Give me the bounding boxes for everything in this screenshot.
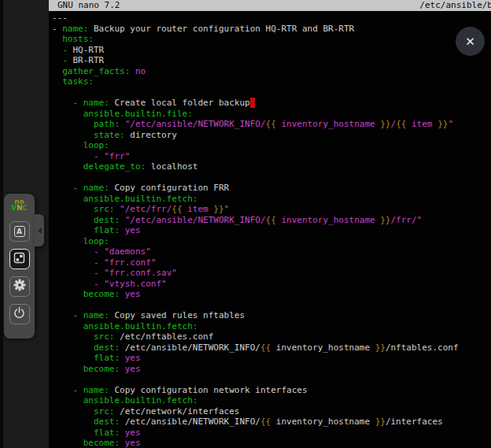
code-token: " xyxy=(224,204,230,214)
code-line: dest: /etc/ansible/NETWORK_INFO/{{ inven… xyxy=(52,342,491,354)
code-token: /etc/ansible/NETWORK_INFO/ xyxy=(120,342,260,353)
code-token: - "daemons" xyxy=(94,246,151,257)
code-line: become: yes xyxy=(52,438,491,448)
nano-file-path: /etc/ansible/b xyxy=(419,0,491,11)
keyboard-button[interactable]: A xyxy=(9,221,30,242)
code-line: hosts: xyxy=(52,34,491,45)
code-token xyxy=(120,215,125,225)
code-line: - name: Create local folder backup xyxy=(52,98,491,109)
code-line xyxy=(52,87,491,98)
code-token: }} xyxy=(437,119,448,129)
code-token: yes xyxy=(125,353,141,363)
code-token: /etc/ansible/NETWORK_INFO/ xyxy=(120,417,260,427)
code-token: src: xyxy=(94,204,115,214)
code-token: loop: xyxy=(83,140,109,150)
code-line: - "daemons" xyxy=(52,246,491,257)
code-token: - xyxy=(73,183,83,193)
code-token: }} xyxy=(213,204,223,214)
code-token: - xyxy=(73,385,83,395)
code-token xyxy=(52,331,94,342)
code-token: /etc/nftables.conf xyxy=(114,331,213,342)
code-token: {{ xyxy=(260,342,271,353)
code-line: tasks: xyxy=(52,76,491,87)
code-token: localhost xyxy=(146,161,198,172)
code-line: - "frr.conf.sav" xyxy=(52,268,491,279)
code-token: " xyxy=(448,119,453,129)
code-token xyxy=(52,268,94,278)
code-token xyxy=(52,289,83,299)
novnc-logo-letter-v: V xyxy=(11,204,17,212)
code-token: - "frr.conf" xyxy=(94,257,156,268)
code-token xyxy=(52,353,94,363)
code-token: flat: xyxy=(94,225,120,235)
code-line: flat: yes xyxy=(52,353,491,364)
code-token: }} xyxy=(380,215,390,225)
code-line: flat: yes xyxy=(52,428,491,439)
keyboard-key-icon: A xyxy=(14,226,25,237)
code-token: {{ xyxy=(266,119,276,129)
code-line xyxy=(52,172,491,183)
code-line: dest: /etc/ansible/NETWORK_INFO/{{ inven… xyxy=(52,417,491,428)
code-token xyxy=(52,66,62,76)
code-token: become: xyxy=(83,364,120,374)
terminal-window[interactable]: GNU nano 7.2 /etc/ansible/b ---- name: B… xyxy=(49,0,491,448)
code-token: Copy configuration network interfaces xyxy=(109,385,308,395)
code-token: yes xyxy=(125,438,141,448)
code-token: - "frr.conf.sav" xyxy=(94,268,177,278)
code-line: - HQ-RTR xyxy=(52,45,491,56)
code-token: yes xyxy=(125,289,141,299)
close-button[interactable]: ✕ xyxy=(456,27,485,56)
code-line: src: "/etc/frr/{{ item }}" xyxy=(52,204,491,215)
code-line: ansible.builtin.file: xyxy=(52,109,491,120)
code-token xyxy=(52,257,94,268)
code-token: {{ xyxy=(260,417,271,427)
code-token: dest: xyxy=(94,215,120,225)
code-line: delegate_to: localhost xyxy=(52,161,491,172)
sidebar-edge-strip xyxy=(0,0,3,448)
code-token: HQ-RTR xyxy=(73,45,105,55)
code-token xyxy=(52,428,94,438)
code-token xyxy=(52,194,83,204)
settings-button[interactable] xyxy=(9,276,30,297)
fullscreen-icon xyxy=(13,252,25,267)
code-token: inventory_hostname xyxy=(276,119,380,129)
code-line: src: /etc/network/interfaces xyxy=(52,406,491,417)
code-line: state: directory xyxy=(52,130,491,141)
code-token: flat: xyxy=(94,428,120,438)
code-token: - xyxy=(73,310,83,320)
code-token: - xyxy=(62,45,72,55)
code-token: hosts: xyxy=(62,34,94,44)
code-token: Backup your router configuration HQ-RTR … xyxy=(88,24,354,34)
novnc-logo: no VNC xyxy=(11,198,28,211)
control-bar-handle[interactable] xyxy=(35,214,44,246)
vnc-sidebar: no VNC A xyxy=(0,0,49,448)
code-token: {{ xyxy=(396,119,406,129)
code-token xyxy=(52,76,62,87)
code-token: "/etc/frr/ xyxy=(120,204,172,214)
code-token: Copy saved rules nftables xyxy=(109,310,245,320)
code-line: ansible.builtin.fetch: xyxy=(52,321,491,332)
code-token xyxy=(52,385,73,395)
power-button[interactable] xyxy=(9,304,30,324)
code-line: --- xyxy=(52,13,491,24)
vnc-control-bar: no VNC A xyxy=(4,194,35,339)
code-token: - xyxy=(73,98,83,108)
code-token: name: xyxy=(83,310,109,320)
code-token: ansible.builtin.fetch: xyxy=(83,321,198,331)
code-token: /nftables.conf xyxy=(386,342,459,353)
code-token xyxy=(52,364,83,374)
code-token xyxy=(52,236,83,246)
nano-app-title: GNU nano 7.2 xyxy=(57,0,120,11)
code-token: dest: xyxy=(94,417,120,427)
code-token: path: xyxy=(94,119,120,129)
code-token: - "vtysh.conf" xyxy=(94,279,167,289)
code-line: dest: "/etc/ansible/NETWORK_INFO/{{ inve… xyxy=(52,215,491,226)
fullscreen-button[interactable] xyxy=(9,249,30,269)
code-token: ansible.builtin.fetch: xyxy=(83,194,198,204)
code-token xyxy=(52,279,94,289)
code-token: /etc/network/interfaces xyxy=(114,406,239,417)
editor-lines[interactable]: ---- name: Backup your router configurat… xyxy=(49,11,491,448)
code-token xyxy=(120,364,125,374)
code-token: {{ xyxy=(172,204,182,214)
code-token: state: xyxy=(94,130,125,140)
